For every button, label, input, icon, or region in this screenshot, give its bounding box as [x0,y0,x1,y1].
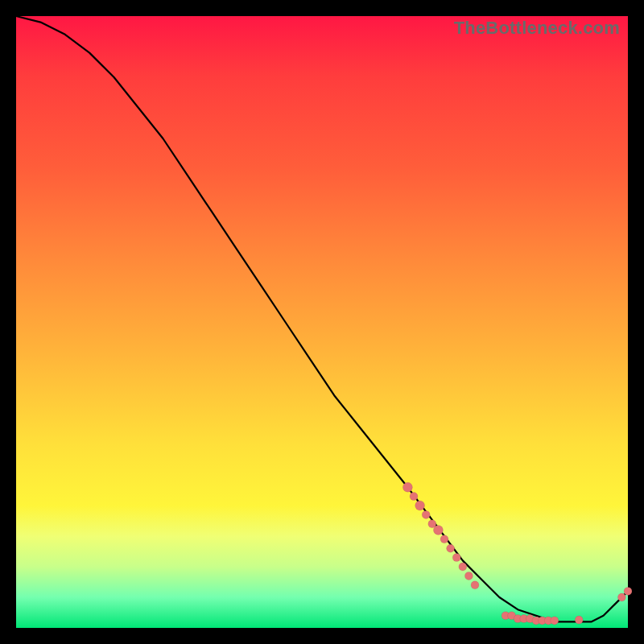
scatter-points [402,482,632,625]
data-point [410,493,418,501]
plot-area: TheBottleneck.com [16,16,628,628]
chart-svg [16,16,628,628]
data-point [415,501,425,510]
data-point [433,525,443,535]
data-point [464,572,473,580]
data-point [624,587,632,595]
data-point [551,617,559,625]
data-point [452,554,460,562]
data-point [575,616,583,624]
data-point [440,535,448,543]
chart-container: TheBottleneck.com [0,0,644,644]
data-point [422,510,430,518]
data-point [471,581,479,589]
line-series [16,16,628,621]
data-point [617,593,625,601]
data-point [459,563,467,571]
data-point [447,544,455,552]
data-point [402,482,412,492]
